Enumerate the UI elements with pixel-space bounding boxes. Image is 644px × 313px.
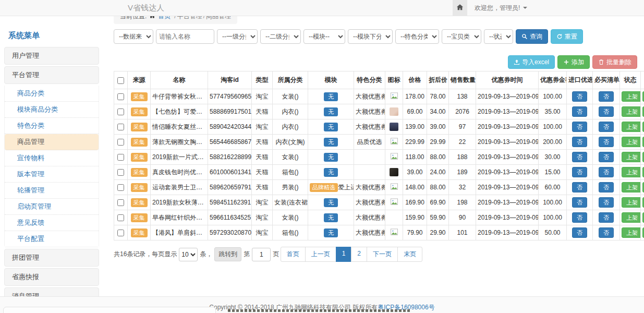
module-badge[interactable]: 无 xyxy=(324,228,338,237)
sidebar-item-轮播管理[interactable]: 轮播管理 xyxy=(5,183,99,199)
import-toggle-button[interactable]: 否 xyxy=(572,137,587,147)
sidebar-item-版本管理[interactable]: 版本管理 xyxy=(5,166,99,183)
module-badge[interactable]: 无 xyxy=(324,213,338,222)
status-button[interactable]: 上架 xyxy=(622,152,641,162)
import-excel-button[interactable]: 导入excel xyxy=(508,55,555,69)
row-checkbox[interactable] xyxy=(117,169,124,176)
pager-button-末页[interactable]: 末页 xyxy=(397,247,422,262)
import-toggle-button[interactable]: 否 xyxy=(572,182,587,192)
feature-category: 大额优惠券 xyxy=(354,210,385,225)
user-menu[interactable]: 欢迎您，管理员! xyxy=(467,0,534,16)
name-search-input[interactable] xyxy=(156,29,214,44)
status-button[interactable]: 上架 xyxy=(622,137,641,147)
mustbuy-toggle-button[interactable]: 否 xyxy=(599,182,614,192)
filter-select-3[interactable]: --模块-- xyxy=(303,29,345,44)
import-toggle-button[interactable]: 否 xyxy=(572,106,587,117)
sidebar-section-用户管理[interactable]: 用户管理 xyxy=(4,47,99,65)
module-badge[interactable]: 无 xyxy=(324,92,338,101)
sidebar-item-特色分类[interactable]: 特色分类 xyxy=(5,118,99,134)
import-toggle-button[interactable]: 否 xyxy=(572,122,587,132)
row-checkbox[interactable] xyxy=(117,124,124,130)
sidebar-item-意见反馈[interactable]: 意见反馈 xyxy=(5,215,99,231)
row-checkbox[interactable] xyxy=(117,230,124,236)
row-checkbox[interactable] xyxy=(117,154,124,161)
module-badge[interactable]: 无 xyxy=(324,168,338,177)
mustbuy-toggle-button[interactable]: 否 xyxy=(599,197,614,208)
discount-price: 39.00 xyxy=(427,119,449,135)
row-checkbox[interactable] xyxy=(117,109,124,115)
filter-select-5[interactable]: --特色分类-- xyxy=(395,29,439,44)
jump-page-input[interactable] xyxy=(252,248,271,261)
add-button[interactable]: 添加 xyxy=(557,55,590,69)
cut-off-text-strip xyxy=(228,309,411,312)
module-badge[interactable]: 无 xyxy=(324,198,338,207)
sidebar-section-拼团管理[interactable]: 拼团管理 xyxy=(4,249,99,267)
status-button[interactable]: 上架 xyxy=(622,227,641,238)
import-toggle-button[interactable]: 否 xyxy=(572,227,587,238)
import-toggle-button[interactable]: 否 xyxy=(572,197,587,208)
jump-button[interactable]: 跳转到 xyxy=(214,247,241,261)
import-toggle-button[interactable]: 否 xyxy=(572,212,587,223)
row-checkbox[interactable] xyxy=(117,93,124,100)
batch-delete-button[interactable]: 批量删除 xyxy=(592,55,637,69)
filter-select-6[interactable]: --宝贝类型-- xyxy=(442,29,481,44)
pager-button-上一页[interactable]: 上一页 xyxy=(305,247,336,262)
module-badge[interactable]: 无 xyxy=(324,153,338,162)
status-button[interactable]: 上架 xyxy=(622,106,641,117)
row-checkbox[interactable] xyxy=(117,139,124,146)
filter-select-4[interactable]: --模块下分类-- xyxy=(348,29,393,44)
table-row: 采集2019新款一片式系...588216228899天猫女装()无118.00… xyxy=(114,150,644,165)
taoke-id: 588216228899 xyxy=(208,150,252,165)
mustbuy-toggle-button[interactable]: 否 xyxy=(599,122,614,132)
filter-select-7[interactable]: --状态-- xyxy=(484,29,513,44)
filter-select-1[interactable]: --一级分类-- xyxy=(217,29,258,44)
mustbuy-toggle-button[interactable]: 否 xyxy=(599,167,614,177)
sidebar-section-省惠快报[interactable]: 省惠快报 xyxy=(4,268,99,286)
mustbuy-toggle-button[interactable]: 否 xyxy=(599,227,614,238)
sidebar-item-商品管理[interactable]: 商品管理 xyxy=(5,134,99,150)
module-badge[interactable]: 无 xyxy=(324,138,338,147)
import-toggle-button[interactable]: 否 xyxy=(572,167,587,177)
row-checkbox[interactable] xyxy=(117,214,124,221)
pager-button-1[interactable]: 1 xyxy=(336,247,352,262)
module-badge[interactable]: 无 xyxy=(324,123,338,131)
pager-button-下一页[interactable]: 下一页 xyxy=(367,247,398,262)
status-button[interactable]: 上架 xyxy=(622,122,641,132)
status-button[interactable]: 上架 xyxy=(622,212,641,223)
mustbuy-toggle-button[interactable]: 否 xyxy=(599,152,614,162)
import-select-cell: 否 xyxy=(567,104,593,119)
sidebar-item-平台配置[interactable]: 平台配置 xyxy=(5,231,99,247)
per-page-select[interactable]: 10 xyxy=(179,248,198,261)
status-button[interactable]: 上架 xyxy=(622,167,641,177)
home-button[interactable] xyxy=(453,0,467,16)
pager-button-2[interactable]: 2 xyxy=(351,247,367,262)
operations-cell xyxy=(641,89,644,104)
sidebar-item-宣传物料[interactable]: 宣传物料 xyxy=(5,150,99,166)
import-select-cell: 否 xyxy=(567,150,593,165)
sales-count: 198 xyxy=(449,195,476,210)
sidebar-item-启动页管理[interactable]: 启动页管理 xyxy=(5,199,99,215)
row-checkbox[interactable] xyxy=(117,199,124,206)
data-source-select[interactable]: --数据来源-- xyxy=(114,29,153,44)
mustbuy-toggle-button[interactable]: 否 xyxy=(599,91,614,102)
module-badge[interactable]: 无 xyxy=(324,107,338,116)
row-checkbox[interactable] xyxy=(117,184,124,191)
product-name: 运动套装男士卫衣初秋... xyxy=(151,180,208,195)
status-button[interactable]: 上架 xyxy=(622,91,641,102)
pager-button-首页[interactable]: 首页 xyxy=(281,247,306,262)
filter-select-2[interactable]: --二级分类-- xyxy=(260,29,301,44)
mustbuy-toggle-button[interactable]: 否 xyxy=(599,137,614,147)
select-all-checkbox[interactable] xyxy=(117,77,124,84)
reset-button[interactable]: 重置 xyxy=(551,29,583,44)
mustbuy-toggle-button[interactable]: 否 xyxy=(599,106,614,117)
status-button[interactable]: 上架 xyxy=(622,182,641,192)
sidebar-item-模块商品分类[interactable]: 模块商品分类 xyxy=(5,102,99,118)
sidebar-section-平台管理[interactable]: 平台管理 xyxy=(4,66,99,84)
import-toggle-button[interactable]: 否 xyxy=(572,91,587,102)
mustbuy-toggle-button[interactable]: 否 xyxy=(599,212,614,223)
sidebar-item-商品分类[interactable]: 商品分类 xyxy=(5,86,99,102)
status-button[interactable]: 上架 xyxy=(622,197,641,208)
import-toggle-button[interactable]: 否 xyxy=(572,152,587,162)
module-badge[interactable]: 品牌精选 xyxy=(310,183,338,192)
search-button[interactable]: 查询 xyxy=(516,29,548,44)
